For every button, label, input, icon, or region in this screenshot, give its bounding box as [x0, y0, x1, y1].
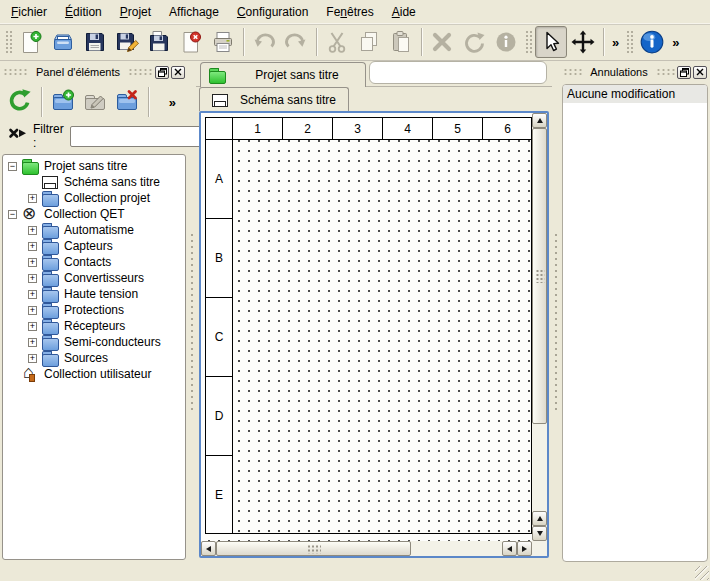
select-pointer-button[interactable]: [535, 26, 567, 58]
tree-expander[interactable]: [8, 370, 17, 379]
toolbar-overflow-button[interactable]: »: [608, 35, 623, 50]
dock-title-texture: [3, 68, 28, 76]
tree-item-label: Projet sans titre: [44, 159, 127, 173]
panel-toolbar-overflow-button[interactable]: »: [165, 95, 180, 110]
scroll-up-button-2[interactable]: [532, 511, 547, 526]
clear-filter-icon[interactable]: [7, 127, 27, 145]
move-tool-button[interactable]: [567, 26, 599, 58]
tree-expander[interactable]: [28, 194, 37, 203]
print-button[interactable]: [207, 26, 239, 58]
tree-expander[interactable]: [28, 226, 37, 235]
scroll-left-button-2[interactable]: [502, 541, 517, 556]
window-size-grip[interactable]: [695, 566, 709, 580]
edit-category-button[interactable]: [79, 86, 111, 118]
undo-panel-title: Annulations: [582, 66, 656, 78]
tree-expander[interactable]: [28, 338, 37, 347]
vertical-scroll-thumb[interactable]: [532, 128, 547, 424]
tree-item[interactable]: Haute tension: [3, 286, 185, 302]
toolbar-drag-handle[interactable]: [626, 30, 633, 54]
right-splitter[interactable]: [552, 62, 560, 581]
delete-category-button[interactable]: [111, 86, 143, 118]
horizontal-scrollbar[interactable]: [201, 541, 532, 556]
dock-close-button[interactable]: [693, 66, 707, 79]
save-all-button[interactable]: [143, 26, 175, 58]
save-button[interactable]: [79, 26, 111, 58]
tree-item[interactable]: Schéma sans titre: [3, 174, 185, 190]
menu-item[interactable]: Fenêtres: [317, 1, 382, 23]
menu-item[interactable]: Fichier: [2, 1, 56, 23]
reload-collections-button[interactable]: [4, 86, 36, 118]
dock-close-button[interactable]: [171, 66, 185, 79]
diagram-view[interactable]: 1 2 3 4 5 6 A: [199, 111, 549, 558]
menu-item[interactable]: Aide: [383, 1, 425, 23]
tree-expander[interactable]: [8, 162, 17, 171]
tree-item[interactable]: Contacts: [3, 254, 185, 270]
toolbar-overflow-button[interactable]: »: [668, 35, 683, 50]
undo-list-item[interactable]: Aucune modification: [563, 85, 707, 103]
rotate-button[interactable]: [458, 26, 490, 58]
tree-expander[interactable]: [28, 178, 37, 187]
tree-item[interactable]: Protections: [3, 302, 185, 318]
diagram-canvas[interactable]: 1 2 3 4 5 6 A: [201, 113, 532, 541]
tree-item[interactable]: Récepteurs: [3, 318, 185, 334]
tree-expander[interactable]: [28, 258, 37, 267]
undo-panel: Annulations Aucune modification: [560, 62, 710, 581]
scroll-left-button[interactable]: [201, 541, 216, 556]
move-icon: [571, 30, 595, 54]
new-document-button[interactable]: [15, 26, 47, 58]
arrow-left-icon: [203, 546, 211, 552]
new-category-button[interactable]: [47, 86, 79, 118]
tree-expander[interactable]: [28, 322, 37, 331]
undo-button[interactable]: [248, 26, 280, 58]
tree-item[interactable]: Projet sans titre: [3, 158, 185, 174]
elements-panel-header[interactable]: Panel d'éléments: [0, 62, 188, 82]
print-icon: [211, 30, 235, 54]
scroll-up-button[interactable]: [532, 113, 547, 128]
scroll-right-button[interactable]: [517, 541, 532, 556]
open-button[interactable]: [47, 26, 79, 58]
tree-expander[interactable]: [28, 306, 37, 315]
toolbar-separator: [148, 87, 149, 117]
tab-project[interactable]: Projet sans titre: [200, 62, 366, 87]
tab-schema[interactable]: Schéma sans titre: [199, 87, 349, 111]
tree-item[interactable]: Automatisme: [3, 222, 185, 238]
copy-button[interactable]: [353, 26, 385, 58]
horizontal-scroll-thumb[interactable]: [216, 541, 411, 556]
elements-panel-title: Panel d'éléments: [28, 66, 128, 78]
tree-item[interactable]: Collection utilisateur: [3, 366, 185, 382]
undo-history-list[interactable]: Aucune modification: [562, 84, 708, 562]
cut-button[interactable]: [321, 26, 353, 58]
menu-item[interactable]: Édition: [56, 1, 111, 23]
tree-expander[interactable]: [8, 210, 17, 219]
tree-expander[interactable]: [28, 290, 37, 299]
close-file-button[interactable]: [175, 26, 207, 58]
tree-item[interactable]: Capteurs: [3, 238, 185, 254]
tree-item[interactable]: Convertisseurs: [3, 270, 185, 286]
column-header: 2: [283, 118, 333, 139]
tree-item-icon: [42, 255, 59, 269]
undo-panel-header[interactable]: Annulations: [560, 62, 710, 82]
menu-item[interactable]: Affichage: [160, 1, 228, 23]
paste-button[interactable]: [385, 26, 417, 58]
left-splitter[interactable]: [188, 62, 196, 581]
dock-float-button[interactable]: [677, 66, 691, 79]
tree-expander[interactable]: [28, 274, 37, 283]
tree-item[interactable]: Semi-conducteurs: [3, 334, 185, 350]
tree-expander[interactable]: [28, 242, 37, 251]
menu-item[interactable]: Configuration: [228, 1, 317, 23]
tree-item[interactable]: Collection QET: [3, 206, 185, 222]
redo-button[interactable]: [280, 26, 312, 58]
menu-item[interactable]: Projet: [111, 1, 160, 23]
toolbar-drag-handle[interactable]: [5, 30, 12, 54]
toolbar-drag-handle[interactable]: [525, 30, 532, 54]
save-as-button[interactable]: [111, 26, 143, 58]
about-qet-button[interactable]: [636, 26, 668, 58]
dock-float-button[interactable]: [155, 66, 169, 79]
vertical-scrollbar[interactable]: [532, 113, 547, 541]
delete-button[interactable]: [426, 26, 458, 58]
scroll-down-button[interactable]: [532, 526, 547, 541]
tree-item-label: Schéma sans titre: [64, 175, 160, 189]
column-header: 4: [383, 118, 433, 139]
info-button[interactable]: [490, 26, 522, 58]
toolbar-separator: [603, 28, 604, 56]
